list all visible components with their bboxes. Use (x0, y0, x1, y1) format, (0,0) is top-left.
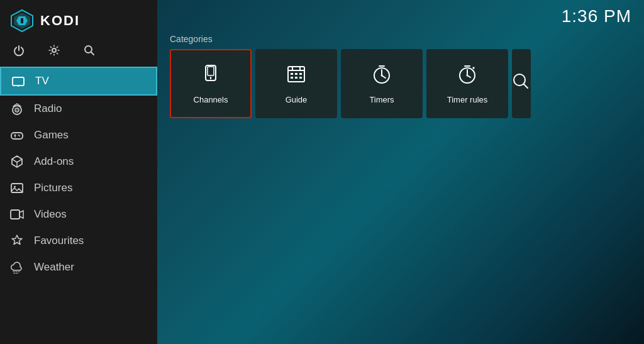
sidebar-item-games[interactable]: Games (0, 122, 157, 148)
search-partial-icon (512, 70, 531, 97)
category-card-search[interactable] (512, 49, 531, 118)
timers-label: Timers (369, 95, 394, 104)
svg-point-13 (14, 186, 16, 188)
category-card-timers[interactable]: Timers (341, 49, 423, 118)
main-content: 1:36 PM Categories Channels (157, 0, 644, 344)
timer-rules-label: Timer rules (447, 95, 488, 104)
timers-icon (370, 63, 393, 90)
svg-point-4 (52, 48, 56, 52)
sidebar-item-addons-label: Add-ons (34, 155, 74, 168)
sidebar-header: KODI (0, 0, 157, 39)
kodi-logo-icon (10, 9, 34, 33)
sidebar-item-pictures[interactable]: Pictures (0, 175, 157, 201)
svg-point-11 (19, 136, 20, 137)
sidebar-item-videos[interactable]: Videos (0, 201, 157, 228)
category-card-timer-rules[interactable]: Timer rules (426, 49, 508, 118)
svg-rect-14 (11, 210, 19, 219)
svg-point-9 (16, 109, 18, 111)
sidebar-item-videos-label: Videos (34, 208, 67, 221)
sidebar-item-tv-label: TV (35, 75, 49, 87)
svg-rect-28 (299, 77, 302, 79)
category-card-channels[interactable]: Channels (170, 49, 252, 118)
app-title: KODI (40, 13, 80, 29)
videos-icon (10, 208, 24, 221)
sidebar-icon-bar (0, 39, 157, 67)
channels-icon (199, 63, 222, 90)
addons-icon (10, 155, 24, 169)
guide-label: Guide (286, 95, 308, 104)
svg-rect-3 (21, 18, 23, 23)
svg-rect-27 (295, 77, 297, 79)
svg-rect-23 (291, 73, 293, 75)
svg-rect-10 (11, 133, 23, 139)
settings-button[interactable] (45, 42, 63, 59)
svg-rect-16 (208, 67, 214, 75)
svg-point-32 (467, 75, 469, 77)
sidebar-item-radio[interactable]: Radio (0, 96, 157, 122)
favourites-icon (10, 234, 24, 248)
svg-rect-24 (295, 73, 297, 75)
categories-grid: Channels Guide (157, 49, 644, 118)
sidebar-item-weather[interactable]: Weather (0, 254, 157, 280)
svg-rect-26 (291, 77, 293, 79)
guide-icon (285, 63, 308, 90)
pictures-icon (10, 181, 24, 195)
sidebar-item-tv[interactable]: TV (0, 67, 157, 96)
sidebar-item-pictures-label: Pictures (34, 182, 72, 194)
sidebar-nav: TV Radio Games (0, 67, 157, 344)
sidebar-item-games-label: Games (34, 129, 69, 141)
svg-rect-6 (13, 77, 24, 86)
weather-icon (10, 260, 24, 274)
sidebar: KODI (0, 0, 157, 344)
radio-icon (10, 102, 24, 116)
games-icon (10, 128, 24, 142)
sidebar-item-addons[interactable]: Add-ons (0, 148, 157, 175)
categories-label: Categories (157, 33, 644, 49)
svg-rect-25 (299, 73, 302, 75)
timer-rules-icon (456, 63, 479, 90)
sidebar-item-radio-label: Radio (34, 103, 62, 115)
power-button[interactable] (10, 42, 28, 59)
clock-display: 1:36 PM (562, 6, 631, 26)
tv-icon (11, 74, 25, 88)
channels-label: Channels (194, 95, 228, 104)
sidebar-item-favourites[interactable]: Favourites (0, 228, 157, 254)
search-button[interactable] (80, 42, 98, 59)
sidebar-item-weather-label: Weather (34, 261, 74, 274)
sidebar-item-favourites-label: Favourites (34, 235, 84, 247)
svg-point-30 (381, 75, 383, 77)
category-card-guide[interactable]: Guide (255, 49, 337, 118)
top-bar: 1:36 PM (157, 0, 644, 33)
